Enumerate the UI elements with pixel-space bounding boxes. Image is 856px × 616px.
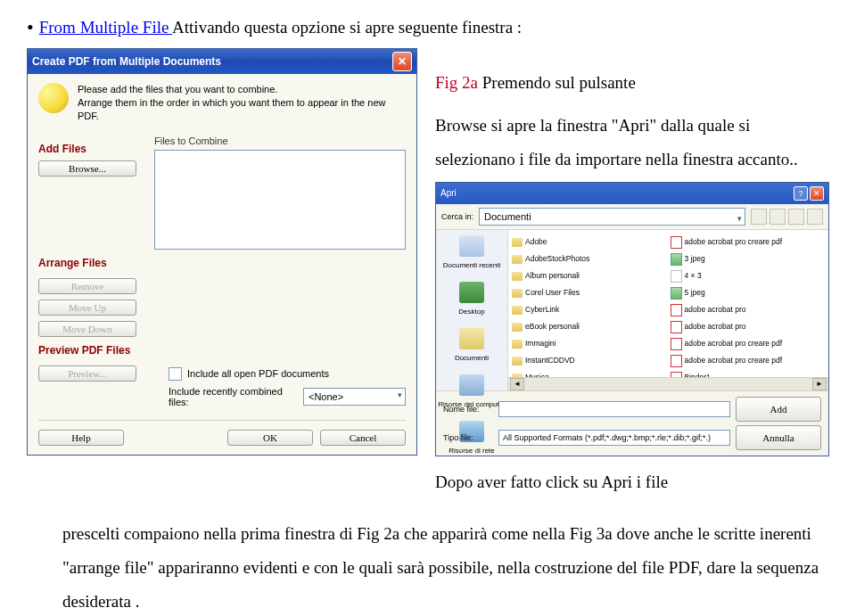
file-item[interactable]: 5 jpeg: [671, 284, 826, 301]
apri-close-icon[interactable]: ✕: [810, 186, 824, 201]
sidebar-item-label: Documenti recenti: [443, 259, 500, 273]
scroll-right-icon[interactable]: ►: [812, 378, 827, 390]
file-item[interactable]: 3 jpeg: [671, 251, 826, 267]
preview-button[interactable]: Preview...: [38, 365, 136, 382]
scroll-left-icon[interactable]: ◄: [510, 378, 524, 390]
include-recent-label: Include recently combined files:: [169, 386, 296, 407]
file-icon: [671, 270, 682, 283]
file-item[interactable]: Binder1: [671, 369, 826, 377]
folder-icon: [512, 255, 523, 264]
file-icon: [671, 236, 682, 249]
views-icon[interactable]: [807, 209, 823, 225]
file-item[interactable]: adobe acrobat pro creare pdf: [671, 335, 826, 352]
place-icon: [459, 282, 484, 303]
file-list-area[interactable]: AdobeAdobeStockPhotosAlbum personaliCore…: [508, 230, 828, 377]
folder-icon: [512, 289, 523, 298]
intro-bullet: • From Multiple File Attivando questa op…: [27, 18, 829, 37]
folder-icon: [512, 323, 523, 332]
cancel-button[interactable]: Cancel: [320, 430, 406, 446]
from-multiple-file-link[interactable]: From Multiple File: [39, 18, 172, 37]
folder-item[interactable]: Musica: [512, 369, 667, 377]
browse-button[interactable]: Browse...: [38, 160, 136, 177]
folder-icon: [512, 272, 523, 281]
preview-label: Preview PDF Files: [38, 344, 406, 357]
place-icon: [459, 235, 484, 257]
filetype-dropdown[interactable]: All Supported Formats (*.pdf;*.dwg;*.bmp…: [498, 430, 730, 446]
dialog-instructions: Please add the files that you want to co…: [78, 83, 406, 123]
file-icon: [671, 287, 682, 300]
folder-icon: [512, 238, 523, 247]
folder-item[interactable]: Album personali: [512, 267, 667, 284]
file-icon: [671, 304, 682, 316]
up-icon[interactable]: [770, 209, 786, 225]
horizontal-scrollbar[interactable]: ◄ ►: [508, 377, 828, 390]
place-icon: [459, 328, 484, 349]
move-down-button[interactable]: Move Down: [38, 321, 136, 337]
add-files-label: Add Files: [38, 143, 136, 155]
apri-dialog: Apri ? ✕ Cerca in: Documenti Documenti r…: [435, 182, 829, 456]
dialog-title: Create PDF from Multiple Documents: [32, 55, 392, 68]
help-button[interactable]: Help: [38, 430, 124, 446]
folder-item[interactable]: InstantCDDVD: [512, 352, 667, 369]
titlebar: Create PDF from Multiple Documents ✕: [28, 49, 416, 74]
file-icon: [671, 372, 682, 378]
file-item[interactable]: 4 × 3: [671, 267, 826, 284]
move-up-button[interactable]: Move Up: [38, 300, 136, 316]
file-item[interactable]: adobe acrobat pro creare pdf: [671, 352, 826, 369]
close-icon[interactable]: ✕: [392, 52, 412, 71]
back-icon[interactable]: [751, 209, 767, 225]
include-open-checkbox[interactable]: [169, 367, 182, 381]
arrange-files-label: Arrange Files: [38, 257, 406, 269]
newfolder-icon[interactable]: [788, 209, 804, 225]
help-icon[interactable]: ?: [794, 186, 808, 201]
place-icon: [459, 374, 484, 396]
folder-item[interactable]: Adobe: [512, 234, 667, 251]
fig2a-label: Fig 2a: [435, 73, 478, 92]
file-icon: [671, 253, 682, 266]
filename-input[interactable]: [498, 401, 730, 417]
folder-item[interactable]: Immagini: [512, 335, 667, 352]
remove-button[interactable]: Remove: [38, 278, 136, 294]
folder-icon: [512, 340, 523, 349]
file-item[interactable]: adobe acrobat pro creare pdf: [671, 234, 826, 251]
files-listbox[interactable]: [154, 150, 406, 250]
sidebar-item-label: Desktop: [458, 305, 484, 319]
sidebar-item-label: Documenti: [455, 351, 489, 365]
bottom-paragraph: prescelti compaiono nella prima finestra…: [27, 517, 829, 616]
apri-title-text: Apri: [440, 185, 457, 202]
sidebar-item[interactable]: Documenti recenti: [443, 235, 500, 273]
folder-item[interactable]: AdobeStockPhotos: [512, 251, 667, 267]
annulla-button[interactable]: Annulla: [736, 425, 821, 450]
include-open-label: Include all open PDF documents: [187, 368, 329, 379]
file-icon: [671, 355, 682, 367]
folder-item[interactable]: eBook personali: [512, 318, 667, 335]
files-combine-label: Files to Combine: [154, 136, 406, 146]
lightbulb-icon: [38, 83, 69, 113]
filename-label: Nome file:: [443, 401, 493, 417]
folder-icon: [512, 357, 523, 365]
folder-item[interactable]: Corel User Files: [512, 284, 667, 301]
bullet-dot: •: [27, 18, 34, 37]
after-apri-text: Dopo aver fatto click su Apri i file: [435, 465, 829, 499]
file-item[interactable]: adobe acrobat pro: [671, 318, 826, 335]
folder-item[interactable]: CyberLink: [512, 301, 667, 318]
sidebar-item[interactable]: Desktop: [458, 282, 484, 319]
recent-dropdown[interactable]: <None>: [303, 388, 406, 406]
ok-button[interactable]: OK: [227, 430, 313, 446]
file-item[interactable]: adobe acrobat pro: [671, 301, 826, 318]
lookin-label: Cerca in:: [441, 209, 473, 225]
file-icon: [671, 321, 682, 333]
filetype-label: Tipo file:: [443, 430, 493, 446]
create-pdf-dialog: Create PDF from Multiple Documents ✕ Ple…: [27, 48, 417, 456]
sidebar-item[interactable]: Documenti: [455, 328, 489, 365]
file-icon: [671, 338, 682, 350]
intro-rest: Attivando questa opzione si apre seguent…: [172, 18, 522, 37]
folder-icon: [512, 306, 523, 315]
lookin-dropdown[interactable]: Documenti: [479, 208, 745, 226]
right-line1: Premendo sul pulsante: [478, 73, 636, 92]
add-button[interactable]: Add: [736, 397, 821, 422]
right-line2: Browse si apre la finestra "Apri" dalla …: [435, 109, 829, 177]
